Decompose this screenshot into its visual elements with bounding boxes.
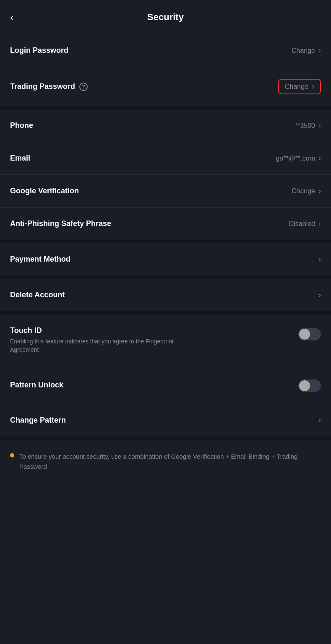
change-pattern-left: Change Pattern (10, 416, 66, 425)
delete-account-right: › (318, 291, 321, 299)
phone-right: **3500 › (295, 121, 321, 130)
email-chevron: › (318, 154, 321, 163)
touch-id-label: Touch ID (10, 326, 292, 335)
back-button[interactable]: ‹ (10, 11, 14, 24)
payment-method-right: › (318, 255, 321, 264)
google-verification-right: Change › (292, 187, 321, 195)
trading-password-left: Trading Password ? (10, 82, 88, 91)
pattern-unlock-toggle[interactable] (298, 379, 321, 392)
login-password-action: Change (292, 47, 315, 55)
phone-value: **3500 (295, 122, 315, 130)
change-pattern-chevron: › (318, 416, 321, 425)
page-title: Security (147, 12, 184, 23)
google-verification-item[interactable]: Google Verification Change › (0, 175, 331, 208)
trading-password-action: Change (285, 83, 308, 91)
touch-id-section: Touch ID Enabling this feature indicates… (0, 314, 331, 366)
email-right: go**@**.com › (276, 154, 321, 163)
email-label: Email (10, 154, 30, 163)
delete-account-label: Delete Account (10, 291, 65, 299)
anti-phishing-left: Anti-Phishing Safety Phrase (10, 219, 111, 228)
trading-password-label: Trading Password (10, 82, 75, 91)
payment-method-left: Payment Method (10, 255, 70, 264)
login-password-right: Change › (292, 46, 321, 55)
touch-id-toggle-container[interactable] (298, 328, 321, 340)
payment-method-item[interactable]: Payment Method › (0, 243, 331, 275)
delete-section: Delete Account › (0, 279, 331, 311)
google-verification-left: Google Verification (10, 187, 79, 195)
footer-dot-icon (10, 453, 14, 457)
page-header: ‹ Security (0, 0, 331, 34)
anti-phishing-chevron: › (318, 219, 321, 228)
pattern-unlock-item[interactable]: Pattern Unlock (0, 366, 331, 404)
touch-id-toggle-knob (299, 329, 310, 340)
phone-item[interactable]: Phone **3500 › (0, 109, 331, 142)
delete-account-item[interactable]: Delete Account › (0, 279, 331, 311)
email-value: go**@**.com (276, 155, 315, 162)
change-pattern-item[interactable]: Change Pattern › (0, 404, 331, 436)
touch-id-subtitle: Enabling this feature indicates that you… (10, 338, 195, 354)
change-pattern-section: Change Pattern › (0, 404, 331, 436)
divider-5 (0, 436, 331, 440)
trading-password-chevron: › (312, 82, 314, 91)
footer-note: To ensure your account security, use a c… (0, 440, 331, 483)
account-section: Phone **3500 › Email go**@**.com › Googl… (0, 109, 331, 240)
passwords-section: Login Password Change › Trading Password… (0, 34, 331, 106)
google-verification-label: Google Verification (10, 187, 79, 195)
change-pattern-label: Change Pattern (10, 416, 66, 425)
touch-id-toggle[interactable] (298, 328, 321, 340)
login-password-label: Login Password (10, 46, 68, 55)
delete-account-chevron: › (318, 291, 321, 299)
phone-chevron: › (318, 121, 321, 130)
touch-id-text: Touch ID Enabling this feature indicates… (10, 326, 292, 354)
divider-4 (0, 311, 331, 314)
footer-text: To ensure your account security, use a c… (19, 452, 321, 472)
phone-label: Phone (10, 121, 33, 130)
trading-password-item[interactable]: Trading Password ? Change › (0, 67, 331, 106)
email-left: Email (10, 154, 30, 163)
google-verification-chevron: › (318, 187, 321, 195)
other-section: Payment Method › (0, 243, 331, 275)
login-password-item[interactable]: Login Password Change › (0, 34, 331, 67)
login-password-left: Login Password (10, 46, 68, 55)
email-item[interactable]: Email go**@**.com › (0, 142, 331, 175)
pattern-unlock-toggle-knob (299, 380, 310, 391)
change-pattern-right: › (318, 416, 321, 425)
login-password-chevron: › (318, 46, 321, 55)
divider-3 (0, 275, 331, 279)
google-verification-action: Change (292, 187, 315, 195)
trading-password-help-icon[interactable]: ? (79, 83, 88, 91)
phone-left: Phone (10, 121, 33, 130)
anti-phishing-item[interactable]: Anti-Phishing Safety Phrase Disabled › (0, 208, 331, 240)
payment-method-label: Payment Method (10, 255, 70, 264)
anti-phishing-right: Disabled › (289, 219, 321, 228)
payment-method-chevron: › (318, 255, 321, 264)
trading-password-change-button[interactable]: Change › (278, 79, 321, 94)
divider-1 (0, 106, 331, 109)
pattern-unlock-label: Pattern Unlock (10, 381, 63, 390)
touch-id-row: Touch ID Enabling this feature indicates… (10, 326, 321, 354)
anti-phishing-action: Disabled (289, 220, 315, 228)
anti-phishing-label: Anti-Phishing Safety Phrase (10, 219, 111, 228)
pattern-unlock-toggle-container[interactable] (298, 379, 321, 392)
divider-2 (0, 240, 331, 243)
delete-account-left: Delete Account (10, 291, 65, 299)
